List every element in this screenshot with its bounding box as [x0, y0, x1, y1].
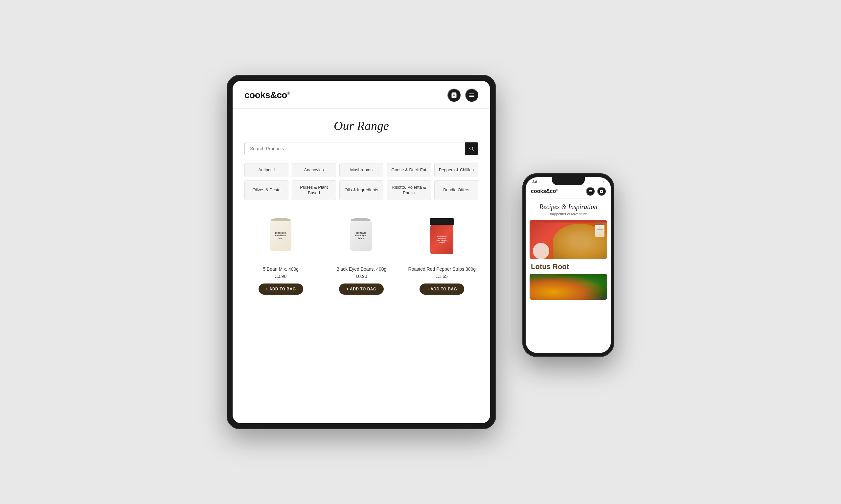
battery-icon: ⚬: [602, 180, 604, 184]
svg-rect-7: [589, 192, 592, 192]
can-label-1: cooks&coFive BeanMix: [274, 231, 287, 240]
product-name-2: Black Eyed Beans, 400g: [337, 267, 387, 272]
tablet-content: Our Range Antipasti Anchovies Mushrooms …: [233, 109, 490, 423]
product-card-3: cooks&coRoastedRed PepperStrips Roasted …: [406, 210, 478, 295]
product-card-2: cooks&coBlack EyedBeans Black Eyed Beans…: [325, 210, 397, 295]
status-left: AA: [532, 180, 537, 184]
product-name-3: Roasted Red Pepper Strips 300g: [408, 267, 476, 272]
category-anchovies[interactable]: Anchovies: [292, 163, 336, 177]
category-mushrooms[interactable]: Mushrooms: [339, 163, 383, 177]
phone-recipe-image-1: [530, 220, 607, 259]
phone-header-icons: [586, 187, 606, 196]
recipe-jar-small: [595, 223, 604, 237]
svg-point-3: [470, 147, 473, 150]
svg-rect-6: [589, 191, 592, 192]
svg-rect-2: [469, 96, 474, 97]
jar-red-pepper: cooks&coRoastedRed PepperStrips: [429, 218, 455, 254]
add-to-bag-button-2[interactable]: + ADD TO BAG: [339, 284, 384, 295]
search-button[interactable]: [465, 142, 478, 155]
phone-menu-icon: [588, 189, 592, 193]
category-row-2: Olives & Pesto Pulses & Plant Based Oils…: [244, 180, 478, 200]
category-pulses-plant-based[interactable]: Pulses & Plant Based: [292, 180, 336, 200]
product-image-3: cooks&coRoastedRed PepperStrips: [406, 210, 478, 263]
search-input[interactable]: [245, 143, 465, 155]
phone-recipe-title-1: Lotus Root: [526, 259, 611, 274]
add-to-bag-button-1[interactable]: + ADD TO BAG: [259, 284, 303, 295]
svg-line-4: [473, 150, 474, 151]
product-price-1: £0.90: [275, 274, 287, 279]
product-price-3: £1.65: [436, 274, 448, 279]
status-right: ⚬: [602, 180, 604, 184]
add-to-bag-button-3[interactable]: + ADD TO BAG: [419, 284, 464, 295]
food-visual-2: [533, 243, 549, 259]
page-title: Our Range: [244, 119, 478, 133]
category-row-1: Antipasti Anchovies Mushrooms Goose & Du…: [244, 163, 478, 177]
phone-menu-button[interactable]: [586, 187, 595, 196]
category-risotto-polenta[interactable]: Risotto, Polenta & Paella: [387, 180, 431, 200]
tablet-logo: cooks&co®: [244, 90, 290, 101]
food-visual-3: [530, 274, 607, 300]
phone-header: cooks&co®: [526, 185, 611, 199]
can-five-bean-mix: cooks&coFive BeanMix: [268, 217, 294, 256]
search-icon: [469, 146, 474, 151]
phone-recipe-image-2: [530, 274, 607, 300]
tablet-screen: cooks&co® Our Range: [233, 81, 490, 423]
product-grid: cooks&coFive BeanMix 5 Bean Mix, 400g £0…: [244, 210, 478, 295]
tablet-cart-button[interactable]: [447, 89, 461, 102]
search-bar: [244, 142, 478, 155]
phone-cart-icon: [600, 189, 603, 193]
can-black-eyed-beans: cooks&coBlack EyedBeans: [348, 217, 375, 256]
svg-rect-0: [469, 93, 474, 94]
scene: cooks&co® Our Range: [227, 75, 614, 429]
svg-rect-1: [469, 95, 474, 95]
phone-logo: cooks&co®: [531, 188, 558, 194]
phone-subtitle: #AppetiteForAdventure: [526, 212, 611, 220]
product-name-1: 5 Bean Mix, 400g: [263, 267, 298, 272]
product-image-1: cooks&coFive BeanMix: [244, 210, 317, 263]
phone-cart-button[interactable]: [597, 187, 606, 196]
svg-rect-5: [589, 190, 592, 191]
phone-notch: [552, 177, 585, 185]
tablet-header-icons: [447, 89, 478, 102]
category-oils-ingredients[interactable]: Oils & Ingredients: [339, 180, 383, 200]
category-antipasti[interactable]: Antipasti: [244, 163, 289, 177]
category-olives-pesto[interactable]: Olives & Pesto: [244, 180, 289, 200]
phone-device: AA ⚬ cooks&co®: [522, 173, 614, 357]
red-bar: [530, 220, 607, 222]
tablet-menu-button[interactable]: [465, 89, 478, 102]
product-card-1: cooks&coFive BeanMix 5 Bean Mix, 400g £0…: [244, 210, 317, 295]
category-goose-duck-fat[interactable]: Goose & Duck Fat: [387, 163, 431, 177]
jar-label-3: cooks&coRoastedRed PepperStrips: [436, 235, 448, 244]
phone-content: Recipes & Inspiration #AppetiteForAdvent…: [526, 199, 611, 353]
product-price-2: £0.90: [356, 274, 367, 279]
phone-screen: AA ⚬ cooks&co®: [526, 177, 611, 353]
tablet-header: cooks&co®: [233, 81, 490, 109]
product-image-2: cooks&coBlack EyedBeans: [325, 210, 397, 263]
category-peppers-chillies[interactable]: Peppers & Chillies: [434, 163, 478, 177]
category-bundle-offers[interactable]: Bundle Offers: [434, 180, 478, 200]
cart-icon: [451, 92, 457, 98]
can-label-2: cooks&coBlack EyedBeans: [354, 231, 367, 240]
menu-icon: [468, 92, 475, 98]
tablet-device: cooks&co® Our Range: [227, 75, 496, 429]
phone-page-title: Recipes & Inspiration: [526, 199, 611, 212]
